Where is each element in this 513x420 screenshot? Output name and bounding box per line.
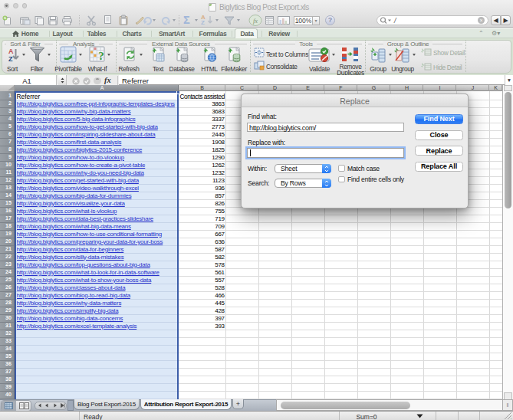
svg-text:?: ? [98,50,104,62]
svg-text:fx: fx [253,17,258,25]
svg-text:Z: Z [8,55,13,63]
svg-text:A: A [8,48,14,55]
